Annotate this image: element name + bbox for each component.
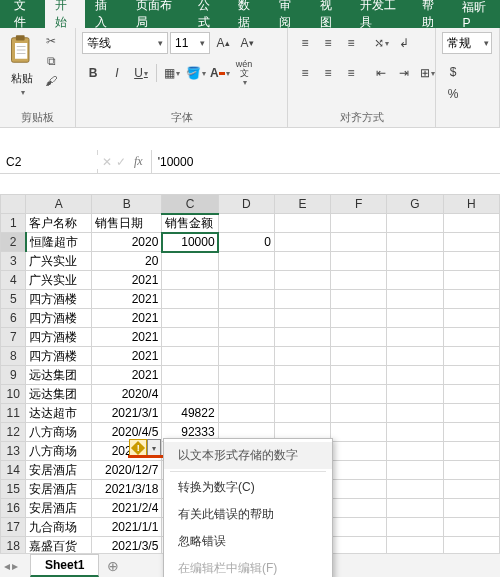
cell[interactable] [387, 233, 443, 252]
row-header[interactable]: 6 [1, 309, 26, 328]
cell[interactable]: 四方酒楼 [26, 328, 92, 347]
cell[interactable]: 销售金额 [162, 214, 218, 233]
cell[interactable] [218, 309, 274, 328]
name-box[interactable]: ▾ [0, 150, 98, 173]
merge-button[interactable]: ⊞▾ [416, 62, 438, 84]
cell[interactable] [387, 328, 443, 347]
cell[interactable] [218, 328, 274, 347]
cell[interactable]: 安居酒店 [26, 480, 92, 499]
row-header[interactable]: 12 [1, 423, 26, 442]
cell[interactable] [387, 480, 443, 499]
fx-icon[interactable]: fx [130, 154, 147, 169]
cell[interactable] [331, 309, 387, 328]
cell[interactable] [218, 290, 274, 309]
cell[interactable] [443, 214, 499, 233]
sheet-nav-prev[interactable]: ◂ [4, 559, 10, 573]
increase-indent-button[interactable]: ⇥ [393, 62, 415, 84]
cell[interactable]: 2020 [92, 233, 162, 252]
number-format-input[interactable] [443, 36, 481, 50]
cell[interactable] [162, 366, 218, 385]
cell[interactable] [443, 461, 499, 480]
tab-data[interactable]: 数据 [228, 0, 269, 28]
cell[interactable] [331, 328, 387, 347]
cell[interactable] [387, 499, 443, 518]
cell[interactable] [443, 347, 499, 366]
orientation-button[interactable]: ⤭▾ [370, 32, 392, 54]
cell[interactable] [162, 347, 218, 366]
cell[interactable] [387, 423, 443, 442]
decrease-font-button[interactable]: A▾ [236, 32, 258, 54]
cell[interactable]: 2021/3/1 [92, 404, 162, 423]
cell[interactable] [274, 252, 330, 271]
align-right-button[interactable]: ≡ [340, 62, 362, 84]
cell[interactable]: 2021 [92, 309, 162, 328]
cell[interactable] [443, 271, 499, 290]
underline-button[interactable]: U▾ [130, 62, 152, 84]
percent-format-button[interactable]: % [442, 83, 464, 105]
cancel-icon[interactable]: ✕ [102, 155, 112, 169]
row-header[interactable]: 14 [1, 461, 26, 480]
cell[interactable] [443, 252, 499, 271]
cell[interactable] [387, 518, 443, 537]
align-left-button[interactable]: ≡ [294, 62, 316, 84]
cell[interactable] [387, 252, 443, 271]
enter-icon[interactable]: ✓ [116, 155, 126, 169]
cell[interactable]: 2021/1/1 [92, 518, 162, 537]
paste-button[interactable]: 粘贴 ▾ [6, 32, 38, 99]
cell[interactable]: 20 [92, 252, 162, 271]
tab-review[interactable]: 审阅 [269, 0, 310, 28]
tab-view[interactable]: 视图 [310, 0, 351, 28]
cell[interactable]: 九合商场 [26, 518, 92, 537]
cell[interactable] [274, 271, 330, 290]
cell[interactable]: 2021 [92, 347, 162, 366]
cell[interactable] [443, 309, 499, 328]
row-header[interactable]: 3 [1, 252, 26, 271]
cell[interactable] [218, 252, 274, 271]
row-header[interactable]: 8 [1, 347, 26, 366]
phonetic-guide-button[interactable]: wén文▾ [233, 62, 255, 84]
cell[interactable] [387, 404, 443, 423]
cell[interactable] [443, 385, 499, 404]
accounting-format-button[interactable]: $ [442, 61, 464, 83]
cell[interactable] [162, 271, 218, 290]
row-header[interactable]: 10 [1, 385, 26, 404]
tab-file[interactable]: 文件 [4, 0, 45, 28]
align-bottom-button[interactable]: ≡ [340, 32, 362, 54]
cell[interactable] [274, 366, 330, 385]
cell[interactable]: 四方酒楼 [26, 347, 92, 366]
font-size-combo[interactable]: ▾ [170, 32, 210, 54]
align-middle-button[interactable]: ≡ [317, 32, 339, 54]
cell[interactable]: 销售日期 [92, 214, 162, 233]
format-painter-button[interactable]: 🖌 [42, 72, 60, 90]
cell[interactable]: 远达集团 [26, 366, 92, 385]
col-header-e[interactable]: E [274, 195, 330, 214]
cell[interactable] [331, 461, 387, 480]
tab-home[interactable]: 开始 [45, 0, 86, 28]
cell[interactable] [331, 442, 387, 461]
col-header-a[interactable]: A [26, 195, 92, 214]
cell[interactable] [443, 233, 499, 252]
cell[interactable] [443, 328, 499, 347]
cell[interactable]: 2021 [92, 290, 162, 309]
active-cell[interactable]: 10000 [162, 233, 218, 252]
font-size-input[interactable] [171, 36, 195, 50]
cell[interactable] [218, 271, 274, 290]
decrease-indent-button[interactable]: ⇤ [370, 62, 392, 84]
cell[interactable] [162, 328, 218, 347]
cell[interactable]: 2020/12/7 [92, 461, 162, 480]
cell[interactable] [331, 404, 387, 423]
fill-color-button[interactable]: 🪣▾ [185, 62, 207, 84]
row-header[interactable]: 7 [1, 328, 26, 347]
cell[interactable] [274, 385, 330, 404]
cell[interactable] [331, 518, 387, 537]
bold-button[interactable]: B [82, 62, 104, 84]
row-header[interactable]: 1 [1, 214, 26, 233]
cell[interactable] [274, 214, 330, 233]
sheet-tab[interactable]: Sheet1 [30, 554, 99, 577]
cell[interactable] [443, 366, 499, 385]
menu-ignore[interactable]: 忽略错误 [164, 528, 332, 555]
row-header[interactable]: 11 [1, 404, 26, 423]
col-header-d[interactable]: D [218, 195, 274, 214]
cell[interactable] [274, 347, 330, 366]
cell[interactable] [331, 233, 387, 252]
